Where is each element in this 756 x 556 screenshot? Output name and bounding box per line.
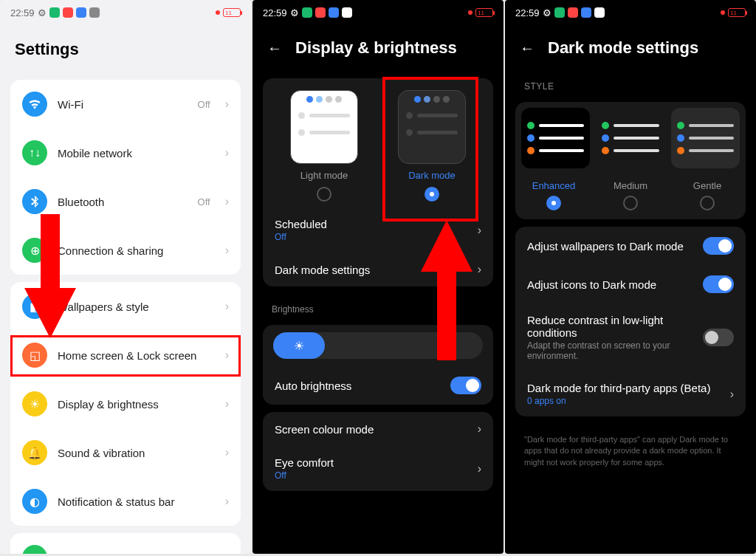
chevron-right-icon: › (478, 422, 481, 436)
status-time: 22:59 (515, 7, 540, 18)
mobile-data-icon: ↑↓ (22, 140, 47, 165)
app-indicator-icon (76, 7, 86, 18)
header: ← Display & brightness (252, 25, 504, 71)
adjustments-card: Adjust wallpapers to Dark mode Adjust ic… (515, 227, 746, 416)
adjust-icons-toggle[interactable] (703, 275, 734, 293)
connection-label: Connection & sharing (58, 244, 215, 257)
auto-brightness-label: Auto brightness (275, 380, 443, 392)
battery-icon: 11 (728, 8, 746, 17)
brightness-slider[interactable]: ☀ (273, 332, 483, 359)
style-gentle-radio[interactable] (700, 196, 715, 210)
wifi-row[interactable]: Wi-Fi Off › (10, 80, 241, 128)
sound-label: Sound & vibration (58, 447, 215, 459)
mobile-network-row[interactable]: ↑↓ Mobile network › (10, 128, 241, 177)
style-enhanced-label: Enhanced (515, 174, 592, 196)
battery-icon: 11 (475, 8, 493, 17)
light-mode-option[interactable]: Light mode (270, 90, 378, 202)
home-lock-label: Home screen & Lock screen (58, 349, 215, 362)
status-bar: 22:59 ⚙ 11 (252, 0, 504, 25)
app-indicator-icon (315, 7, 326, 18)
home-lock-icon: ◱ (22, 343, 47, 368)
page-title: Settings (0, 25, 251, 72)
app-indicator-icon (329, 7, 339, 18)
status-time: 22:59 (10, 7, 35, 18)
back-button[interactable]: ← (267, 40, 282, 57)
notification-row[interactable]: ◐ Notification & status bar › (10, 477, 241, 526)
mobile-network-label: Mobile network (58, 147, 215, 159)
brightness-icon: ☀ (22, 391, 47, 416)
scheduled-value: Off (275, 232, 470, 242)
notification-icon: ◐ (22, 489, 47, 514)
wallpaper-icon: ◧ (22, 294, 47, 319)
page-title: Display & brightness (295, 38, 457, 58)
apps-label: Apps (58, 552, 215, 555)
record-indicator-icon (216, 10, 220, 15)
chevron-right-icon: › (225, 146, 229, 159)
status-time: 22:59 (263, 7, 287, 18)
settings-group-network: Wi-Fi Off › ↑↓ Mobile network › Bluetoot… (10, 80, 241, 275)
brightness-slider-fill: ☀ (273, 332, 325, 359)
app-indicator-icon (581, 7, 591, 18)
eye-comfort-row[interactable]: Eye comfort Off › (263, 446, 493, 491)
chevron-right-icon: › (225, 244, 229, 257)
auto-brightness-row[interactable]: Auto brightness (263, 366, 493, 405)
style-medium-radio[interactable] (623, 196, 638, 210)
brightness-card: ☀ Auto brightness (263, 325, 493, 405)
auto-brightness-toggle[interactable] (450, 377, 481, 394)
home-lock-row[interactable]: ◱ Home screen & Lock screen › (10, 331, 241, 380)
chevron-right-icon: › (225, 300, 229, 313)
app-indicator-icon (568, 7, 578, 18)
display-brightness-label: Display & brightness (58, 398, 215, 411)
annotation-highlight (382, 77, 478, 222)
connection-icon: ⊕ (22, 238, 47, 263)
sound-row[interactable]: 🔔 Sound & vibration › (10, 428, 241, 477)
adjust-wallpapers-row[interactable]: Adjust wallpapers to Dark mode (515, 227, 746, 265)
wallpapers-row[interactable]: ◧ Wallpapers & style › (10, 282, 241, 331)
chevron-right-icon: › (225, 551, 229, 554)
wifi-status: Off (198, 99, 210, 110)
third-party-value: 0 apps on (527, 396, 723, 406)
page-title: Dark mode settings (548, 38, 698, 58)
connection-sharing-row[interactable]: ⊕ Connection & sharing › (10, 226, 241, 275)
screen-colour-label: Screen colour mode (275, 423, 470, 436)
app-indicator-icon (302, 7, 312, 18)
dark-mode-settings-screen: 22:59 ⚙ 11 ← Dark mode settings STYLE (505, 0, 756, 554)
light-mode-label: Light mode (270, 170, 378, 181)
style-enhanced-radio[interactable] (546, 196, 561, 210)
status-bar: 22:59 ⚙ 11 (505, 0, 756, 25)
style-gentle-preview[interactable] (671, 108, 740, 168)
dark-mode-settings-row[interactable]: Dark mode settings › (263, 253, 493, 286)
colour-card: Screen colour mode › Eye comfort Off › (263, 412, 493, 491)
chevron-right-icon: › (225, 495, 229, 508)
chevron-right-icon: › (225, 397, 229, 411)
settings-screen: 22:59 ⚙ 11 Settings Wi-Fi Off › ↑↓ Mobil… (0, 0, 251, 554)
app-indicator-icon (554, 7, 565, 18)
app-indicator-icon (594, 7, 605, 18)
footnote-text: "Dark mode for third-party apps" can app… (505, 424, 756, 478)
bluetooth-row[interactable]: Bluetooth Off › (10, 177, 241, 226)
screen-colour-row[interactable]: Screen colour mode › (263, 412, 493, 446)
bluetooth-status: Off (198, 196, 210, 207)
chevron-right-icon: › (478, 224, 481, 237)
style-card: Enhanced Medium Gentle (515, 102, 746, 219)
back-button[interactable]: ← (520, 40, 535, 57)
adjust-icons-row[interactable]: Adjust icons to Dark mode (515, 265, 746, 303)
adjust-wallpapers-toggle[interactable] (703, 237, 734, 255)
third-party-row[interactable]: Dark mode for third-party apps (Beta) 0 … (515, 371, 746, 416)
adjust-icons-label: Adjust icons to Dark mode (527, 278, 695, 291)
chevron-right-icon: › (478, 263, 481, 276)
third-party-label: Dark mode for third-party apps (Beta) (527, 382, 723, 394)
display-brightness-row[interactable]: ☀ Display & brightness › (10, 380, 241, 428)
apps-icon: ⊞ (22, 545, 47, 554)
eye-comfort-value: Off (275, 470, 470, 481)
gear-icon: ⚙ (38, 7, 47, 18)
style-enhanced-preview[interactable] (521, 108, 590, 168)
reduce-contrast-row[interactable]: Reduce contrast in low-light conditions … (515, 303, 746, 371)
style-medium-preview[interactable] (596, 108, 664, 168)
reduce-contrast-toggle[interactable] (703, 329, 734, 346)
light-mode-radio[interactable] (317, 187, 331, 202)
apps-row[interactable]: ⊞ Apps › (10, 533, 241, 554)
wifi-icon (22, 92, 47, 117)
chevron-right-icon: › (225, 195, 229, 208)
style-section-label: STYLE (505, 71, 756, 95)
